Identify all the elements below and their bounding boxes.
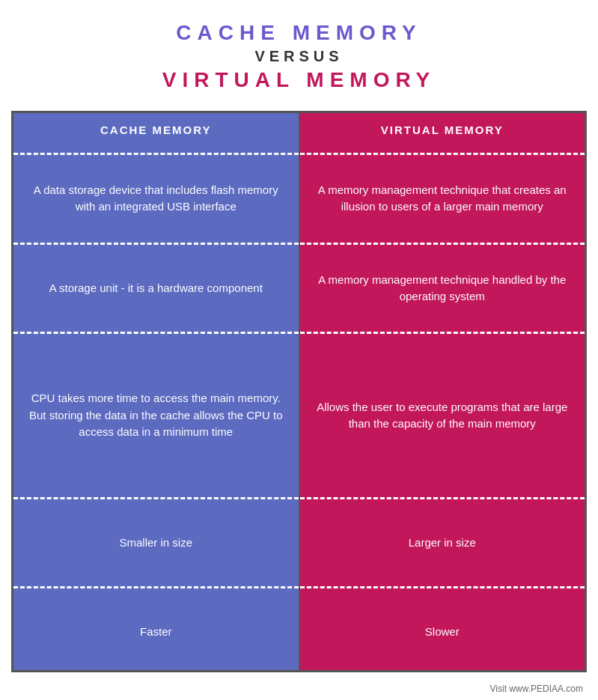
title-virtual: VIRTUAL MEMORY bbox=[15, 68, 583, 92]
divider-virtual-1 bbox=[300, 147, 585, 161]
cache-column-header: CACHE MEMORY bbox=[13, 113, 300, 147]
title-versus: VERSUS bbox=[15, 48, 583, 65]
divider-row-2 bbox=[13, 237, 585, 251]
dashed-line-cache-2 bbox=[13, 243, 299, 245]
cache-cell-4: Smaller in size bbox=[13, 505, 300, 581]
footer: Visit www.PEDIAA.com bbox=[0, 680, 598, 700]
content-row-5: Faster Slower bbox=[13, 594, 585, 670]
virtual-column-header: VIRTUAL MEMORY bbox=[300, 113, 585, 147]
title-cache: CACHE MEMORY bbox=[15, 21, 583, 45]
dashed-line-cache-4 bbox=[13, 497, 299, 499]
dashed-line-virtual-2 bbox=[300, 243, 585, 245]
divider-virtual-4 bbox=[300, 491, 585, 505]
dashed-line-virtual-5 bbox=[300, 586, 585, 588]
virtual-cell-3: Allows the user to execute programs that… bbox=[300, 340, 585, 490]
dashed-line-virtual-4 bbox=[300, 497, 585, 499]
divider-cache-5 bbox=[13, 580, 300, 594]
page: CACHE MEMORY VERSUS VIRTUAL MEMORY CACHE… bbox=[0, 0, 598, 700]
divider-row-1 bbox=[13, 147, 585, 161]
dashed-line-cache-1 bbox=[13, 153, 299, 155]
comparison-table: CACHE MEMORY VIRTUAL MEMORY A data stora… bbox=[11, 111, 587, 672]
dashed-line-virtual-1 bbox=[300, 153, 585, 155]
cache-cell-3: CPU takes more time to access the main m… bbox=[13, 340, 300, 490]
dashed-line-virtual-3 bbox=[300, 332, 585, 334]
virtual-cell-5: Slower bbox=[300, 594, 585, 670]
content-row-2: A storage unit - it is a hardware compon… bbox=[13, 251, 585, 326]
divider-cache-1 bbox=[13, 147, 300, 161]
content-row-1: A data storage device that includes flas… bbox=[13, 161, 585, 237]
content-row-3: CPU takes more time to access the main m… bbox=[13, 340, 585, 490]
divider-row-5 bbox=[13, 580, 585, 594]
divider-virtual-3 bbox=[300, 326, 585, 340]
divider-row-3 bbox=[13, 326, 585, 340]
cache-cell-2: A storage unit - it is a hardware compon… bbox=[13, 251, 300, 326]
dashed-line-cache-3 bbox=[13, 332, 299, 334]
divider-virtual-5 bbox=[300, 580, 585, 594]
divider-row-4 bbox=[13, 491, 585, 505]
header: CACHE MEMORY VERSUS VIRTUAL MEMORY bbox=[0, 0, 598, 100]
divider-cache-2 bbox=[13, 237, 300, 251]
column-headers-row: CACHE MEMORY VIRTUAL MEMORY bbox=[13, 113, 585, 147]
divider-cache-4 bbox=[13, 491, 300, 505]
divider-cache-3 bbox=[13, 326, 300, 340]
virtual-cell-4: Larger in size bbox=[300, 505, 585, 581]
dashed-line-cache-5 bbox=[13, 586, 299, 588]
cache-cell-5: Faster bbox=[13, 594, 300, 670]
content-row-4: Smaller in size Larger in size bbox=[13, 505, 585, 581]
footer-text: Visit www.PEDIAA.com bbox=[490, 684, 583, 694]
virtual-cell-2: A memory management technique handled by… bbox=[300, 251, 585, 326]
cache-cell-1: A data storage device that includes flas… bbox=[13, 161, 300, 237]
virtual-cell-1: A memory management technique that creat… bbox=[300, 161, 585, 237]
divider-virtual-2 bbox=[300, 237, 585, 251]
